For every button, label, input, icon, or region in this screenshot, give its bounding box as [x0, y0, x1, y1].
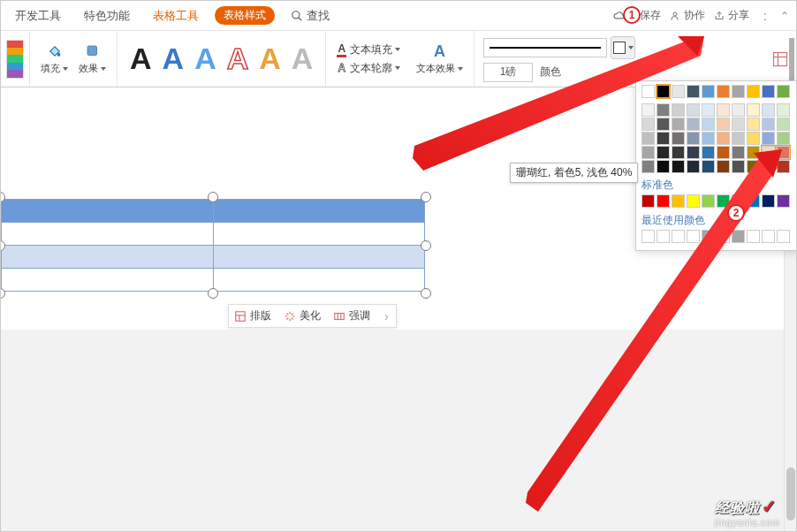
color-swatch[interactable]	[657, 194, 670, 208]
color-swatch[interactable]	[747, 230, 760, 243]
style-a-4[interactable]: A	[224, 40, 253, 78]
color-swatch[interactable]	[657, 230, 670, 243]
table-row[interactable]	[2, 200, 425, 223]
color-swatch[interactable]	[777, 103, 790, 117]
style-a-2[interactable]: A	[159, 40, 188, 78]
color-swatch[interactable]	[672, 118, 685, 131]
color-swatch[interactable]	[672, 85, 685, 98]
color-swatch[interactable]	[702, 230, 715, 243]
color-swatch[interactable]	[672, 103, 685, 117]
color-swatch[interactable]	[657, 85, 670, 98]
color-swatch[interactable]	[702, 132, 715, 145]
color-swatch[interactable]	[702, 85, 715, 98]
color-swatch[interactable]	[641, 118, 655, 131]
share-button[interactable]: 分享	[714, 8, 749, 23]
color-swatch[interactable]	[657, 118, 670, 131]
ctx-emphasis[interactable]: 强调	[333, 308, 370, 323]
color-swatch[interactable]	[717, 230, 730, 243]
color-swatch[interactable]	[687, 160, 700, 173]
color-swatch[interactable]	[732, 118, 745, 131]
resize-handle[interactable]	[421, 240, 431, 251]
color-swatch[interactable]	[762, 146, 775, 159]
color-swatch[interactable]	[747, 194, 760, 208]
color-swatch[interactable]	[672, 230, 685, 243]
color-swatch[interactable]	[687, 103, 700, 117]
color-swatch[interactable]	[717, 103, 730, 117]
resize-handle[interactable]	[421, 192, 431, 202]
resize-handle[interactable]	[421, 288, 431, 299]
color-swatch[interactable]	[762, 118, 775, 131]
table-object[interactable]	[1, 199, 425, 292]
style-a-5[interactable]: A	[255, 40, 285, 78]
color-swatch[interactable]	[762, 132, 775, 145]
overflow-caret[interactable]: ⌃	[780, 10, 789, 22]
color-swatch[interactable]	[762, 85, 775, 98]
border-weight-combo[interactable]: 1磅	[483, 63, 533, 82]
text-fill-button[interactable]: A 文本填充	[337, 42, 400, 57]
color-swatch[interactable]	[762, 103, 775, 117]
color-swatch[interactable]	[657, 160, 670, 173]
color-swatch[interactable]	[672, 132, 685, 145]
color-swatch[interactable]	[657, 132, 670, 145]
ctx-layout[interactable]: 排版	[234, 308, 271, 323]
color-swatch[interactable]	[732, 132, 745, 145]
table-row[interactable]	[2, 223, 425, 246]
color-swatch[interactable]	[747, 85, 760, 98]
color-swatch[interactable]	[717, 146, 730, 159]
color-swatch[interactable]	[657, 146, 670, 159]
color-swatch[interactable]	[672, 194, 685, 208]
color-swatch[interactable]	[641, 160, 655, 173]
color-swatch[interactable]	[641, 230, 655, 243]
resize-handle[interactable]	[208, 192, 218, 202]
color-swatch[interactable]	[657, 103, 670, 117]
color-swatch[interactable]	[747, 146, 760, 159]
effect-button[interactable]: 效果	[73, 42, 111, 75]
color-swatch[interactable]	[777, 146, 790, 159]
ctx-more[interactable]: ›	[383, 309, 391, 323]
fill-button[interactable]: 填充	[35, 42, 73, 75]
color-swatch[interactable]	[641, 85, 655, 98]
color-swatch[interactable]	[762, 230, 775, 243]
color-swatch[interactable]	[777, 230, 790, 243]
color-swatch[interactable]	[762, 160, 775, 173]
border-style-combo[interactable]	[483, 38, 607, 57]
color-swatch[interactable]	[641, 103, 655, 117]
color-swatch[interactable]	[641, 132, 655, 145]
color-swatch[interactable]	[672, 160, 685, 173]
color-swatch[interactable]	[732, 103, 745, 117]
color-swatch[interactable]	[702, 118, 715, 131]
color-swatch[interactable]	[702, 194, 715, 208]
text-effect-button[interactable]: A 文本效果	[411, 42, 468, 75]
color-swatch[interactable]	[687, 118, 700, 131]
color-swatch[interactable]	[777, 118, 790, 131]
color-swatch[interactable]	[687, 146, 700, 159]
color-swatch[interactable]	[777, 194, 790, 208]
sample-table[interactable]	[1, 199, 425, 292]
collaborate-button[interactable]: 协作	[670, 8, 705, 23]
color-swatch[interactable]	[687, 132, 700, 145]
color-swatch[interactable]	[732, 160, 745, 173]
color-swatch[interactable]	[777, 85, 790, 98]
style-a-6[interactable]: A	[288, 40, 317, 78]
color-swatch[interactable]	[687, 230, 700, 243]
scrollbar-thumb[interactable]	[786, 467, 795, 521]
color-swatch[interactable]	[717, 194, 730, 208]
style-a-1[interactable]: A	[126, 40, 156, 78]
resize-handle[interactable]	[208, 288, 218, 299]
style-a-3[interactable]: A	[191, 40, 220, 78]
recent-color-strip[interactable]	[6, 40, 24, 79]
color-swatch[interactable]	[717, 160, 730, 173]
table-row[interactable]	[2, 246, 425, 269]
color-swatch[interactable]	[702, 103, 715, 117]
color-swatch[interactable]	[672, 146, 685, 159]
color-swatch[interactable]	[777, 160, 790, 173]
tab-find[interactable]: 查找	[284, 8, 337, 24]
color-swatch[interactable]	[747, 118, 760, 131]
color-swatch[interactable]	[732, 230, 745, 243]
color-swatch[interactable]	[777, 132, 790, 145]
color-swatch[interactable]	[641, 146, 655, 159]
text-outline-button[interactable]: A 文本轮廓	[337, 61, 400, 76]
color-swatch[interactable]	[762, 194, 775, 208]
border-color-button[interactable]	[611, 36, 635, 59]
color-swatch[interactable]	[687, 194, 700, 208]
